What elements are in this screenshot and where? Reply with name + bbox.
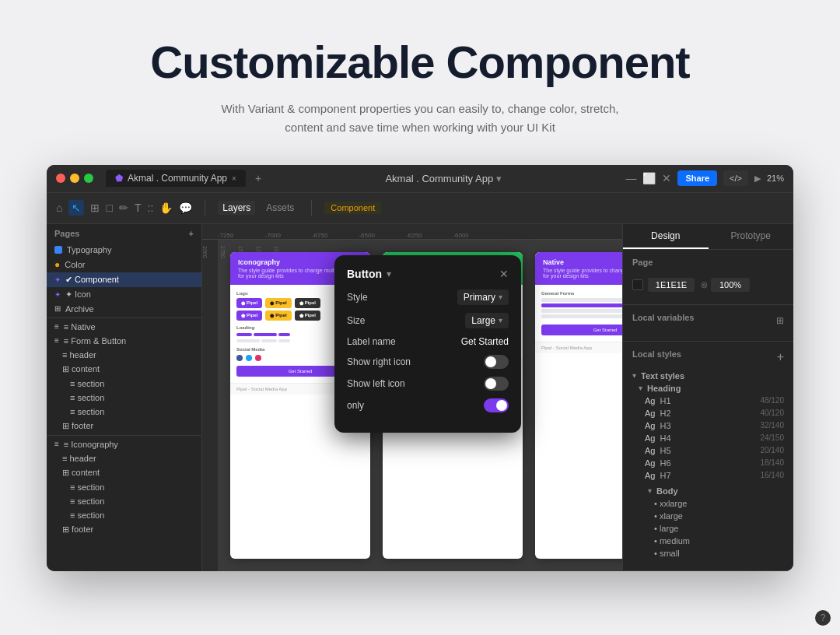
design-tab[interactable]: Design (623, 224, 709, 249)
page-color-value[interactable]: 1E1E1E (648, 278, 695, 292)
sidebar-item-typography[interactable]: Typography (47, 243, 201, 257)
h3-size: 32/140 (760, 421, 784, 430)
shape-icon[interactable]: □ (106, 202, 112, 214)
prototype-tab[interactable]: Prototype (709, 224, 794, 249)
popup-title-row: Button ▾ (347, 268, 391, 280)
sidebar-item-section-2[interactable]: ≡ section (47, 391, 201, 405)
sidebar-item-section-3[interactable]: ≡ section (47, 405, 201, 419)
local-variables-section: Local variables ⊞ (623, 305, 793, 342)
maximize-button[interactable] (84, 174, 93, 183)
local-variables-icon[interactable]: ⊞ (776, 315, 784, 326)
hero-title: Customizable Component (150, 37, 689, 87)
sidebar-item-archive[interactable]: ⊞ Archive (47, 302, 201, 316)
style-dropdown[interactable]: Primary ▾ (457, 289, 509, 305)
add-style-button[interactable]: + (777, 350, 784, 364)
popup-row-only: only (347, 398, 509, 412)
add-page-button[interactable]: + (189, 229, 194, 238)
component-label-text: ✔ Component (65, 275, 119, 285)
close-win-icon[interactable]: ✕ (662, 172, 671, 184)
tick-2: -7000 (264, 232, 280, 239)
left-icon-label: Show left icon (347, 378, 405, 389)
close-button[interactable] (56, 174, 65, 183)
local-variables-header: Local variables ⊞ (632, 313, 784, 328)
share-button[interactable]: Share (677, 170, 717, 186)
hero-section: Customizable Component With Variant & co… (135, 0, 705, 165)
instagram-icon (255, 355, 261, 361)
right-icon-toggle[interactable] (484, 355, 509, 369)
hero-subtitle-line1: With Variant & component properties you … (150, 100, 689, 118)
comment-icon[interactable]: 💬 (179, 202, 192, 214)
typography-label: Typography (67, 245, 111, 254)
minimize-button[interactable] (70, 174, 79, 183)
frame-icon[interactable]: ⊞ (90, 202, 100, 214)
sidebar-item-form-button[interactable]: ≡ ≡ Form & Button (47, 334, 201, 348)
sidebar-item-iconography[interactable]: ≡ ≡ Iconography (47, 437, 201, 451)
window-controls (56, 174, 93, 183)
sidebar-item-footer-1[interactable]: ⊞ footer (47, 419, 201, 433)
size-dropdown[interactable]: Large ▾ (465, 313, 509, 328)
sidebar-item-content-2[interactable]: ⊞ content (47, 465, 201, 480)
layers-tab[interactable]: Layers (218, 201, 255, 215)
hand-icon[interactable]: ✋ (159, 202, 173, 214)
minimize-win-icon[interactable]: — (625, 172, 636, 184)
h3-name: H3 (660, 421, 755, 430)
sidebar-item-color[interactable]: ● Color (47, 257, 201, 272)
code-button[interactable]: </> (723, 170, 748, 186)
sidebar-item-header-2[interactable]: ≡ header (47, 451, 201, 465)
sidebar-item-section-1[interactable]: ≡ section (47, 377, 201, 391)
native-cta-btn[interactable]: Get Started (541, 325, 622, 335)
text-icon[interactable]: T (135, 202, 142, 214)
style-h6[interactable]: Ag H6 18/140 (632, 457, 784, 469)
iconography-label: ≡ Iconography (64, 440, 118, 449)
sidebar-item-footer-2[interactable]: ⊞ footer (47, 522, 201, 537)
app-tab[interactable]: ⬟ Akmal . Community App × (106, 170, 246, 187)
sidebar-item-section-5[interactable]: ≡ section (47, 494, 201, 508)
page-color-input[interactable]: 1E1E1E (632, 278, 695, 292)
section-1-label: ≡ section (70, 379, 104, 388)
size-value: Large (471, 315, 495, 326)
sidebar-item-content-1[interactable]: ⊞ content (47, 362, 201, 377)
style-h2[interactable]: Ag H2 40/120 (632, 407, 784, 419)
h1-name: H1 (660, 396, 755, 405)
color-label: Color (65, 260, 85, 269)
move-icon[interactable]: ↖ (68, 200, 84, 216)
style-h5[interactable]: Ag H5 20/140 (632, 444, 784, 457)
style-h4[interactable]: Ag H4 24/150 (632, 432, 784, 444)
tab-close[interactable]: × (232, 174, 236, 183)
assets-tab[interactable]: Assets (261, 201, 299, 215)
grid-icon[interactable]: :: (148, 202, 154, 214)
popup-close-icon[interactable]: ✕ (499, 268, 509, 280)
style-h7[interactable]: Ag H7 16/140 (632, 469, 784, 482)
page-opacity-value[interactable]: 100% (711, 278, 750, 292)
ruler-left: 1000 1250 1500 1750 2000 (202, 240, 218, 571)
restore-win-icon[interactable]: ⬜ (642, 172, 656, 184)
center-app-title: Akmal . Community App (385, 173, 493, 184)
archive-icon: ⊞ (54, 304, 61, 313)
new-tab-button[interactable]: + (255, 172, 261, 184)
play-icon[interactable]: ▶ (754, 174, 761, 184)
pen-icon[interactable]: ✏ (119, 202, 128, 214)
h7-ag: Ag (645, 471, 655, 480)
right-panel: Design Prototype Page 1E1E1E ◎ 100% (622, 224, 793, 571)
page-native[interactable]: Native The style guide provides to chang… (535, 252, 622, 559)
zoom-level[interactable]: 21% (767, 174, 784, 183)
sidebar-item-component[interactable]: ✦ ✔ Component (47, 272, 201, 287)
h3-ag: Ag (645, 421, 655, 430)
bar-1 (236, 333, 252, 336)
left-icon-toggle[interactable] (484, 377, 509, 391)
footer-1-label: ⊞ footer (62, 421, 93, 431)
sidebar-item-section-4[interactable]: ≡ section (47, 480, 201, 494)
sidebar-item-section-6[interactable]: ≡ section (47, 508, 201, 522)
style-h1[interactable]: Ag H1 48/120 (632, 395, 784, 407)
section-4-label: ≡ section (70, 482, 104, 492)
color-swatch[interactable] (632, 279, 643, 290)
style-h3[interactable]: Ag H3 32/140 (632, 419, 784, 432)
sidebar-item-header-1[interactable]: ≡ header (47, 348, 201, 362)
sidebar-item-native[interactable]: ≡ ≡ Native (47, 320, 201, 334)
style-chevron: ▾ (499, 293, 502, 301)
home-icon[interactable]: ⌂ (56, 202, 62, 214)
only-toggle[interactable] (484, 398, 509, 412)
h1-size: 48/120 (760, 396, 784, 405)
sidebar-item-icon[interactable]: ✦ ✦ Icon (47, 287, 201, 302)
body-caret: ▾ (648, 486, 652, 495)
